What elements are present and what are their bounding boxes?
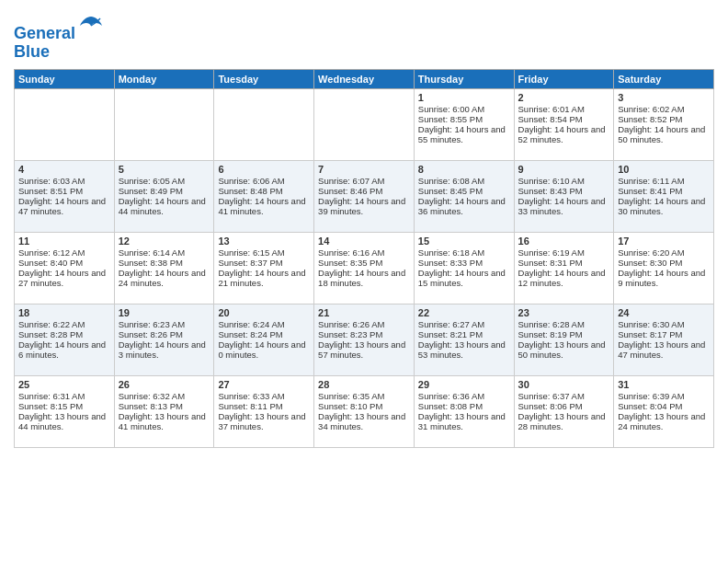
- day-cell: [114, 88, 214, 160]
- sunrise-text: Sunrise: 6:31 AM: [18, 391, 110, 401]
- sunset-text: Sunset: 8:43 PM: [518, 186, 610, 196]
- sunrise-text: Sunrise: 6:11 AM: [618, 176, 710, 186]
- daylight-text: Daylight: 14 hours and 21 minutes.: [218, 268, 310, 288]
- day-number: 17: [618, 236, 710, 247]
- sunrise-text: Sunrise: 6:12 AM: [18, 247, 110, 258]
- sunset-text: Sunset: 8:46 PM: [318, 186, 410, 196]
- daylight-text: Daylight: 14 hours and 15 minutes.: [418, 268, 510, 288]
- day-number: 12: [119, 236, 210, 247]
- sunrise-text: Sunrise: 6:26 AM: [318, 319, 410, 329]
- day-cell: 5Sunrise: 6:05 AMSunset: 8:49 PMDaylight…: [114, 160, 214, 232]
- daylight-text: Daylight: 14 hours and 41 minutes.: [218, 196, 310, 216]
- day-cell: 21Sunrise: 6:26 AMSunset: 8:23 PMDayligh…: [314, 304, 415, 375]
- day-cell: 17Sunrise: 6:20 AMSunset: 8:30 PMDayligh…: [614, 232, 714, 304]
- day-number: 28: [318, 379, 410, 390]
- logo: General Blue: [14, 13, 104, 62]
- day-number: 26: [119, 379, 210, 390]
- sunrise-text: Sunrise: 6:05 AM: [119, 176, 210, 186]
- daylight-text: Daylight: 14 hours and 9 minutes.: [618, 268, 710, 288]
- day-cell: 19Sunrise: 6:23 AMSunset: 8:26 PMDayligh…: [114, 304, 214, 375]
- daylight-text: Daylight: 13 hours and 47 minutes.: [618, 339, 710, 360]
- sunrise-text: Sunrise: 6:22 AM: [18, 319, 110, 329]
- col-header-wednesday: Wednesday: [314, 69, 415, 88]
- sunset-text: Sunset: 8:45 PM: [418, 186, 510, 196]
- sunrise-text: Sunrise: 6:15 AM: [218, 247, 310, 258]
- day-cell: 15Sunrise: 6:18 AMSunset: 8:33 PMDayligh…: [414, 232, 514, 304]
- day-number: 4: [18, 164, 110, 175]
- sunset-text: Sunset: 8:08 PM: [418, 401, 510, 411]
- day-cell: 6Sunrise: 6:06 AMSunset: 8:48 PMDaylight…: [214, 160, 314, 232]
- day-cell: 26Sunrise: 6:32 AMSunset: 8:13 PMDayligh…: [114, 375, 214, 447]
- sunset-text: Sunset: 8:54 PM: [518, 114, 610, 124]
- sunrise-text: Sunrise: 6:28 AM: [518, 319, 610, 329]
- daylight-text: Daylight: 14 hours and 24 minutes.: [119, 268, 210, 288]
- day-cell: 7Sunrise: 6:07 AMSunset: 8:46 PMDaylight…: [314, 160, 415, 232]
- sunset-text: Sunset: 8:24 PM: [218, 329, 310, 339]
- sunrise-text: Sunrise: 6:02 AM: [618, 104, 710, 114]
- daylight-text: Daylight: 13 hours and 50 minutes.: [518, 339, 610, 360]
- sunset-text: Sunset: 8:31 PM: [518, 258, 610, 268]
- day-number: 9: [518, 164, 610, 175]
- col-header-sunday: Sunday: [15, 69, 115, 88]
- sunset-text: Sunset: 8:51 PM: [18, 186, 110, 196]
- day-number: 5: [119, 164, 210, 175]
- sunset-text: Sunset: 8:52 PM: [618, 114, 710, 124]
- daylight-text: Daylight: 14 hours and 27 minutes.: [18, 268, 110, 288]
- day-cell: [314, 88, 415, 160]
- header: General Blue: [14, 9, 714, 62]
- daylight-text: Daylight: 13 hours and 37 minutes.: [218, 411, 310, 431]
- day-cell: 9Sunrise: 6:10 AMSunset: 8:43 PMDaylight…: [514, 160, 614, 232]
- daylight-text: Daylight: 14 hours and 50 minutes.: [618, 124, 710, 144]
- day-number: 2: [518, 92, 610, 103]
- daylight-text: Daylight: 14 hours and 0 minutes.: [218, 339, 310, 360]
- sunset-text: Sunset: 8:10 PM: [318, 401, 410, 411]
- day-cell: 23Sunrise: 6:28 AMSunset: 8:19 PMDayligh…: [514, 304, 614, 375]
- day-cell: 8Sunrise: 6:08 AMSunset: 8:45 PMDaylight…: [414, 160, 514, 232]
- day-cell: 22Sunrise: 6:27 AMSunset: 8:21 PMDayligh…: [414, 304, 514, 375]
- daylight-text: Daylight: 14 hours and 36 minutes.: [418, 196, 510, 216]
- sunrise-text: Sunrise: 6:23 AM: [119, 319, 210, 329]
- week-row-3: 11Sunrise: 6:12 AMSunset: 8:40 PMDayligh…: [15, 232, 714, 304]
- sunset-text: Sunset: 8:04 PM: [618, 401, 710, 411]
- sunrise-text: Sunrise: 6:10 AM: [518, 176, 610, 186]
- sunrise-text: Sunrise: 6:32 AM: [119, 391, 210, 401]
- daylight-text: Daylight: 13 hours and 53 minutes.: [418, 339, 510, 360]
- sunset-text: Sunset: 8:23 PM: [318, 329, 410, 339]
- calendar-table: SundayMondayTuesdayWednesdayThursdayFrid…: [14, 69, 714, 448]
- day-cell: 2Sunrise: 6:01 AMSunset: 8:54 PMDaylight…: [514, 88, 614, 160]
- sunrise-text: Sunrise: 6:19 AM: [518, 247, 610, 258]
- day-cell: 30Sunrise: 6:37 AMSunset: 8:06 PMDayligh…: [514, 375, 614, 447]
- sunset-text: Sunset: 8:40 PM: [18, 258, 110, 268]
- sunset-text: Sunset: 8:35 PM: [318, 258, 410, 268]
- sunset-text: Sunset: 8:37 PM: [218, 258, 310, 268]
- daylight-text: Daylight: 13 hours and 41 minutes.: [119, 411, 210, 431]
- sunrise-text: Sunrise: 6:30 AM: [618, 319, 710, 329]
- sunset-text: Sunset: 8:41 PM: [618, 186, 710, 196]
- day-cell: [214, 88, 314, 160]
- day-number: 29: [418, 379, 510, 390]
- daylight-text: Daylight: 14 hours and 44 minutes.: [119, 196, 210, 216]
- sunrise-text: Sunrise: 6:20 AM: [618, 247, 710, 258]
- daylight-text: Daylight: 14 hours and 33 minutes.: [518, 196, 610, 216]
- sunset-text: Sunset: 8:11 PM: [218, 401, 310, 411]
- sunrise-text: Sunrise: 6:36 AM: [418, 391, 510, 401]
- daylight-text: Daylight: 14 hours and 52 minutes.: [518, 124, 610, 144]
- daylight-text: Daylight: 14 hours and 12 minutes.: [518, 268, 610, 288]
- sunrise-text: Sunrise: 6:33 AM: [218, 391, 310, 401]
- day-number: 30: [518, 379, 610, 390]
- sunset-text: Sunset: 8:21 PM: [418, 329, 510, 339]
- col-header-monday: Monday: [114, 69, 214, 88]
- sunset-text: Sunset: 8:26 PM: [119, 329, 210, 339]
- sunset-text: Sunset: 8:55 PM: [418, 114, 510, 124]
- col-header-tuesday: Tuesday: [214, 69, 314, 88]
- sunset-text: Sunset: 8:33 PM: [418, 258, 510, 268]
- day-number: 22: [418, 307, 510, 318]
- sunrise-text: Sunrise: 6:24 AM: [218, 319, 310, 329]
- day-cell: 31Sunrise: 6:39 AMSunset: 8:04 PMDayligh…: [614, 375, 714, 447]
- daylight-text: Daylight: 14 hours and 18 minutes.: [318, 268, 410, 288]
- day-cell: 29Sunrise: 6:36 AMSunset: 8:08 PMDayligh…: [414, 375, 514, 447]
- week-row-1: 1Sunrise: 6:00 AMSunset: 8:55 PMDaylight…: [15, 88, 714, 160]
- day-number: 24: [618, 307, 710, 318]
- day-number: 15: [418, 236, 510, 247]
- sunrise-text: Sunrise: 6:14 AM: [119, 247, 210, 258]
